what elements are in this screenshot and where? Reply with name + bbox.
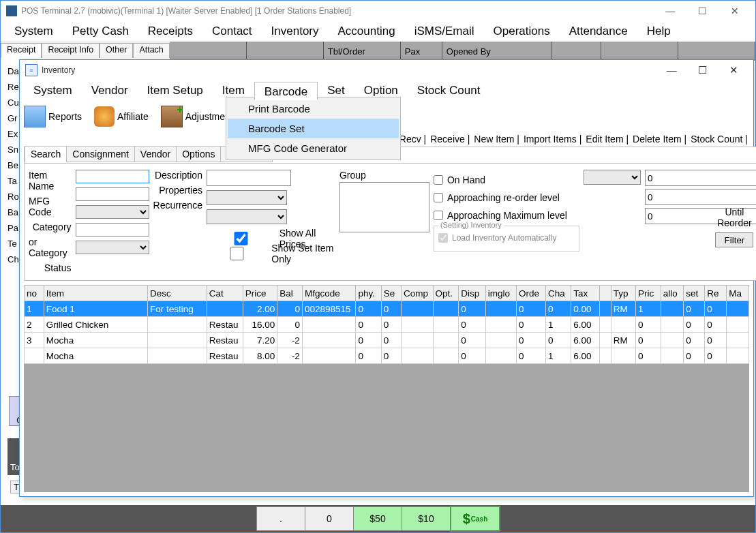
minimize-icon[interactable]: — (655, 1, 685, 21)
col-header[interactable]: Se (381, 286, 401, 301)
quick-cash-10[interactable]: $10 (402, 506, 451, 531)
main-menu-ismsemail[interactable]: iSMS/Email (405, 22, 484, 41)
table-row[interactable]: 3MochaRestau7.20-2000006.00RM000 (25, 333, 749, 348)
quick-cash-50[interactable]: $50 (353, 506, 402, 531)
main-menu-accounting[interactable]: Accounting (329, 22, 405, 41)
col-header[interactable]: no (25, 286, 44, 301)
keypad-zero[interactable]: 0 (305, 506, 354, 531)
inv-menu-stock-count[interactable]: Stock Count (408, 81, 490, 100)
search-tab-search[interactable]: Search (25, 146, 67, 162)
inv-minimize-icon[interactable]: — (657, 61, 686, 80)
inv-maximize-icon[interactable]: ☐ (689, 61, 717, 80)
col-header[interactable]: Opt. (433, 286, 459, 301)
affiliate-button[interactable]: Affiliate (94, 106, 149, 127)
col-header[interactable]: set (684, 286, 705, 301)
main-menu-operations[interactable]: Operations (484, 22, 560, 41)
col-header[interactable]: Cat (207, 286, 243, 301)
col-header[interactable] (599, 286, 611, 301)
main-menu-inventory[interactable]: Inventory (262, 22, 329, 41)
item-name-input[interactable] (76, 170, 149, 183)
adjustment-icon (161, 106, 183, 127)
search-tab-vendor[interactable]: Vendor (134, 146, 177, 162)
barcode-menu-print-barcode[interactable]: Print Barcode (228, 99, 399, 119)
quick-link[interactable]: Delete Item | (633, 134, 686, 144)
group-listbox[interactable] (339, 182, 429, 232)
maximize-icon[interactable]: ☐ (688, 1, 718, 21)
search-tab-options[interactable]: Options (176, 146, 221, 162)
search-panel: SearchConsignmentVendorOptionsPublisher … (24, 147, 756, 281)
tab-receipt[interactable]: Receipt (1, 43, 42, 58)
col-header[interactable]: Typ (611, 286, 635, 301)
col-header[interactable]: Tax (571, 286, 600, 301)
inventory-grid[interactable]: noItemDescCatPriceBalMfgcodephy.SeCompOp… (24, 285, 749, 364)
col-header[interactable]: Disp (459, 286, 485, 301)
show-set-item-check[interactable]: Show Set Item Only (207, 246, 335, 261)
or-category-input[interactable] (76, 223, 149, 237)
tab-attach[interactable]: Attach (133, 43, 169, 58)
inv-menu-item-setup[interactable]: Item Setup (138, 81, 213, 100)
inv-menu-vendor[interactable]: Vendor (82, 81, 138, 100)
barcode-dropdown: Print BarcodeBarcode SetMFG Code Generat… (226, 97, 401, 160)
tab-other[interactable]: Other (100, 43, 133, 58)
load-inventory-auto-check: Load Inventory Automatically (438, 229, 575, 247)
col-header[interactable]: Bal (277, 286, 303, 301)
filter-button[interactable]: Filter (715, 232, 753, 247)
inv-menu-barcode[interactable]: Barcode (254, 82, 318, 100)
col-header[interactable]: Cha (545, 286, 571, 301)
main-tabs: ReceiptReceipt InfoOtherAttach (1, 42, 170, 57)
col-header[interactable]: Ma (727, 286, 749, 301)
reports-button[interactable]: Reports (24, 106, 82, 127)
table-row[interactable]: 2Grilled ChickenRestau16.000000016.00000 (25, 317, 749, 333)
main-menu-contact[interactable]: Contact (202, 22, 262, 41)
reports-icon (24, 106, 46, 127)
main-menu-receipts[interactable]: Receipts (138, 22, 202, 41)
close-icon[interactable]: ✕ (720, 1, 750, 21)
approaching-reorder-check[interactable]: Approaching re-order level (434, 189, 579, 207)
mfg-code-label: MFG Code (29, 196, 72, 217)
on-hand-operator-select[interactable] (584, 170, 641, 185)
main-menu-attendance[interactable]: Attendance (560, 22, 637, 41)
category-select[interactable] (76, 205, 149, 219)
inv-close-icon[interactable]: ✕ (719, 61, 748, 80)
quick-link[interactable]: Stock Count | (691, 134, 748, 144)
col-header[interactable]: Re (705, 286, 727, 301)
main-menu: SystemPetty CashReceiptsContactInventory… (1, 21, 755, 42)
main-menu-system[interactable]: System (5, 22, 63, 41)
col-header[interactable]: Comp (401, 286, 433, 301)
search-tab-consignment[interactable]: Consignment (66, 146, 135, 162)
description-input[interactable] (207, 170, 291, 186)
col-header[interactable]: Orde (516, 286, 545, 301)
col-header[interactable]: Mfgcode (302, 286, 355, 301)
or-category-label: or Category (29, 237, 72, 258)
properties-label: Properties (159, 185, 202, 196)
inventory-window: ≡ Inventory — ☐ ✕ SystemVendorItem Setup… (19, 59, 754, 497)
col-header[interactable]: Price (243, 286, 277, 301)
keypad-dot[interactable]: . (256, 506, 305, 531)
table-row[interactable]: MochaRestau8.00-2000016.00000 (25, 348, 749, 364)
col-header[interactable]: Desc (148, 286, 207, 301)
main-menu-pettycash[interactable]: Petty Cash (63, 22, 138, 41)
inv-menu-system[interactable]: System (24, 81, 82, 100)
quick-link[interactable]: New Item | (474, 134, 519, 144)
quick-link[interactable]: Receive | (430, 134, 470, 144)
quick-link[interactable]: Edit Item | (586, 134, 629, 144)
barcode-menu-barcode-set[interactable]: Barcode Set (228, 119, 399, 138)
col-header[interactable]: allo (661, 286, 683, 301)
status-select[interactable] (76, 241, 149, 254)
adjustment-button[interactable]: Adjustmen (161, 106, 230, 127)
inventory-settings-group: (Setting) Inventory Load Inventory Autom… (434, 226, 579, 252)
barcode-menu-mfg-code-generator[interactable]: MFG Code Generator (228, 138, 399, 158)
quick-link[interactable]: Import Items | (524, 134, 581, 144)
tab-receipt-info[interactable]: Receipt Info (42, 43, 100, 58)
col-header[interactable]: Item (44, 286, 147, 301)
col-header[interactable]: imglo (485, 286, 516, 301)
table-row[interactable]: 1Food 1For testing2.000002898515000000.0… (25, 301, 749, 317)
col-header[interactable]: phy. (356, 286, 381, 301)
cash-button[interactable]: $Cash (450, 506, 500, 532)
recurrence-select[interactable] (207, 209, 287, 224)
mfg-code-input[interactable] (76, 187, 149, 201)
properties-select[interactable] (207, 190, 287, 205)
col-header[interactable]: Pric (635, 286, 661, 301)
on-hand-check[interactable]: On Hand (434, 171, 579, 189)
main-menu-help[interactable]: Help (637, 22, 680, 41)
